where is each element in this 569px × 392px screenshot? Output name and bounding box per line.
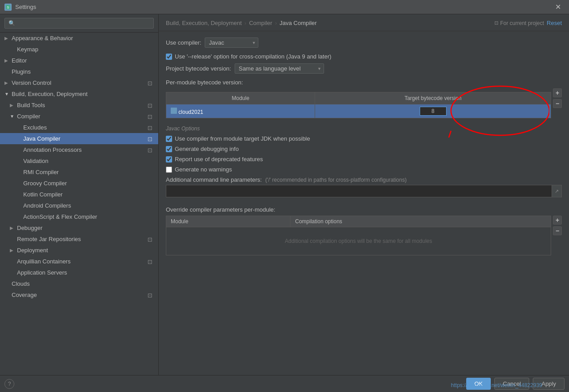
sidebar-item-label: Arquillian Containers xyxy=(17,258,148,265)
sidebar-item-editor[interactable]: ▶ Editor xyxy=(0,55,158,66)
arrow-spacer xyxy=(10,259,15,264)
sidebar-item-appearance[interactable]: ▶ Appearance & Behavior xyxy=(0,33,158,44)
add-override-button[interactable]: + xyxy=(553,216,562,225)
checkbox4-label: Generate no warnings xyxy=(175,166,232,173)
compiler-select[interactable]: Javac Eclipse Ajc xyxy=(205,38,258,48)
sidebar-item-arquillian[interactable]: Arquillian Containers ⊡ xyxy=(0,256,158,267)
sidebar-item-build-tools[interactable]: ▶ Build Tools ⊡ xyxy=(0,100,158,111)
sidebar-item-app-servers[interactable]: Application Servers xyxy=(0,267,158,278)
release-checkbox-row: Use '--release' option for cross-compila… xyxy=(166,53,562,60)
config-icon: ⊡ xyxy=(148,236,154,242)
use-compiler-row: Use compiler: Javac Eclipse Ajc ▼ xyxy=(166,38,562,48)
sidebar-item-rmi[interactable]: RMI Compiler xyxy=(0,167,158,178)
config-icon: ⊡ xyxy=(148,136,154,142)
sidebar-item-clouds[interactable]: Clouds xyxy=(0,278,158,289)
override-header-row: Module Compilation options xyxy=(166,216,551,227)
config-icon: ⊡ xyxy=(148,125,154,131)
override-module-col: Module xyxy=(166,216,291,227)
sidebar: ▶ Appearance & Behavior Keymap ▶ Editor … xyxy=(0,14,159,375)
sidebar-item-label: Plugins xyxy=(12,68,154,75)
close-button[interactable]: ✕ xyxy=(552,1,565,13)
checkbox1[interactable] xyxy=(166,136,172,142)
table-row[interactable]: cloud2021 xyxy=(166,104,551,118)
cmd-label-row: Additional command line parameters: ('/'… xyxy=(166,176,407,183)
breadcrumb-sep1: › xyxy=(244,20,246,26)
sidebar-item-label: Deployment xyxy=(17,247,154,254)
sidebar-item-coverage[interactable]: Coverage ⊡ xyxy=(0,289,158,300)
target-version-input[interactable] xyxy=(420,107,447,116)
remove-module-button[interactable]: − xyxy=(553,99,562,108)
table-wrapper: Module Target bytecode version cloud2021 xyxy=(166,88,562,118)
arrow-icon: ▶ xyxy=(10,248,15,253)
arrow-spacer xyxy=(16,181,21,186)
sidebar-item-label: Compiler xyxy=(17,113,148,120)
content-panel: Build, Execution, Deployment › Compiler … xyxy=(159,14,569,375)
sidebar-item-label: Excludes xyxy=(23,124,148,131)
sidebar-item-label: Annotation Processors xyxy=(23,146,148,153)
sidebar-item-excludes[interactable]: Excludes ⊡ xyxy=(0,122,158,133)
sidebar-item-groovy[interactable]: Groovy Compiler xyxy=(0,178,158,189)
sidebar-item-build-execution[interactable]: ▼ Build, Execution, Deployment xyxy=(0,88,158,100)
svg-text:S: S xyxy=(7,5,9,9)
sidebar-item-android[interactable]: Android Compilers xyxy=(0,200,158,211)
add-module-button[interactable]: + xyxy=(553,88,562,97)
override-label: Override compiler parameters per-module: xyxy=(166,206,275,213)
arrow-icon: ▼ xyxy=(10,114,15,119)
search-input[interactable] xyxy=(4,18,154,29)
checkbox3-label: Report use of deprecated features xyxy=(175,156,263,163)
per-module-table-section: Module Target bytecode version cloud2021 xyxy=(166,88,562,118)
sidebar-item-label: ActionScript & Flex Compiler xyxy=(23,213,154,220)
sidebar-items: ▶ Appearance & Behavior Keymap ▶ Editor … xyxy=(0,33,158,375)
app-icon: S xyxy=(4,4,12,11)
checkbox3[interactable] xyxy=(166,156,172,163)
checkbox2-label: Generate debugging info xyxy=(175,146,239,152)
sidebar-item-remote-jar[interactable]: Remote Jar Repositories ⊡ xyxy=(0,234,158,245)
table-header-row: Module Target bytecode version xyxy=(166,92,551,104)
checkbox2[interactable] xyxy=(166,146,172,152)
override-empty-row: Additional compilation options will be t… xyxy=(166,227,551,255)
sidebar-item-annotation[interactable]: Annotation Processors ⊡ xyxy=(0,144,158,155)
javac-options-section: Javac Options Use compiler from module t… xyxy=(166,125,562,255)
module-table: Module Target bytecode version cloud2021 xyxy=(166,92,551,118)
use-compiler-label: Use compiler: xyxy=(166,39,201,46)
sidebar-item-validation[interactable]: Validation xyxy=(0,155,158,167)
remove-override-button[interactable]: − xyxy=(553,226,562,235)
override-section: Override compiler parameters per-module:… xyxy=(166,206,562,255)
override-table-wrapper: Module Compilation options Additional co… xyxy=(166,216,562,255)
expand-button[interactable]: ↗ xyxy=(552,185,562,197)
release-label: Use '--release' option for cross-compila… xyxy=(175,53,331,60)
breadcrumb-part2: Compiler xyxy=(249,20,272,26)
arrow-spacer xyxy=(4,69,10,74)
sidebar-item-kotlin[interactable]: Kotlin Compiler xyxy=(0,189,158,200)
sidebar-item-deployment[interactable]: ▶ Deployment xyxy=(0,245,158,256)
override-label-row: Override compiler parameters per-module: xyxy=(166,206,562,213)
sidebar-item-version-control[interactable]: ▶ Version Control ⊡ xyxy=(0,77,158,88)
javac-options-title: Javac Options xyxy=(166,125,562,132)
sidebar-item-label: Clouds xyxy=(12,280,154,287)
sidebar-item-keymap[interactable]: Keymap xyxy=(0,44,158,55)
bytecode-select[interactable]: Same as language level 1.8 11 17 xyxy=(235,63,324,74)
module-cell: cloud2021 xyxy=(166,104,315,118)
sidebar-item-label: Appearance & Behavior xyxy=(12,35,154,42)
sidebar-item-label: Editor xyxy=(12,57,154,64)
help-button[interactable]: ? xyxy=(4,379,14,389)
sidebar-item-compiler[interactable]: ▼ Compiler ⊡ xyxy=(0,111,158,122)
arrow-icon: ▼ xyxy=(4,92,10,96)
breadcrumb: Build, Execution, Deployment › Compiler … xyxy=(159,14,569,31)
cmd-input[interactable] xyxy=(166,185,552,197)
config-icon: ⊡ xyxy=(148,147,154,153)
sidebar-item-plugins[interactable]: Plugins xyxy=(0,66,158,77)
sidebar-item-actionscript[interactable]: ActionScript & Flex Compiler xyxy=(0,211,158,222)
override-table-actions: + − xyxy=(551,216,562,235)
per-module-label-row: Per-module bytecode version: xyxy=(166,79,562,86)
arrow-icon: ▶ xyxy=(10,225,15,230)
cmd-input-wrapper: ↗ xyxy=(166,185,562,197)
checkbox4[interactable] xyxy=(166,167,172,173)
module-icon xyxy=(171,108,177,114)
search-box xyxy=(0,14,158,33)
sidebar-item-java-compiler[interactable]: Java Compiler ⊡ xyxy=(0,133,158,144)
release-checkbox[interactable] xyxy=(166,54,172,60)
reset-button[interactable]: Reset xyxy=(547,20,562,26)
arrow-spacer xyxy=(10,270,15,275)
sidebar-item-debugger[interactable]: ▶ Debugger xyxy=(0,222,158,234)
